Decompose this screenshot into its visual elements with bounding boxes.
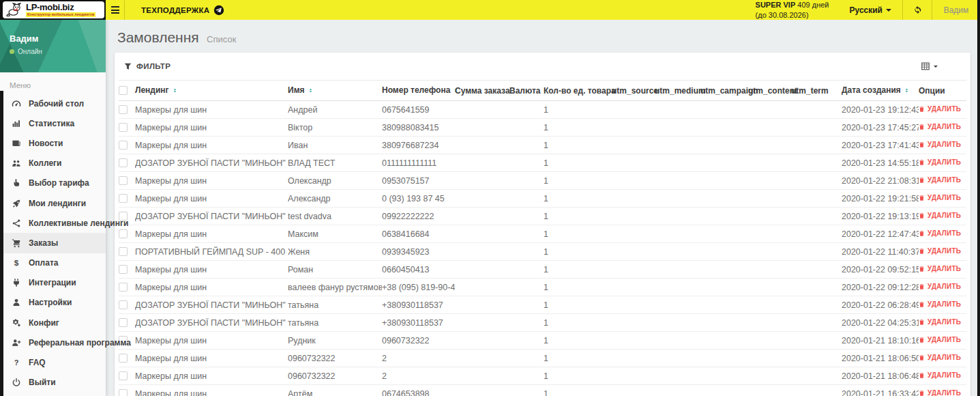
cell-utm_term <box>791 314 842 332</box>
sidebar-item-label: Коллеги <box>29 158 62 168</box>
cell-created: 2020-01-22 19:13:19 <box>842 208 919 225</box>
cell-phone: 0939345923 <box>382 243 455 261</box>
row-checkbox[interactable] <box>119 105 128 114</box>
sidebar-item-colleagues[interactable]: Коллеги <box>0 154 106 173</box>
cell-utm_campaign <box>700 119 748 137</box>
row-checkbox[interactable] <box>119 300 128 309</box>
row-checkbox[interactable] <box>119 389 128 396</box>
delete-button[interactable]: УДАЛИТЬ <box>919 247 961 255</box>
row-checkbox[interactable] <box>119 318 128 327</box>
row-checkbox[interactable] <box>119 371 128 380</box>
row-checkbox[interactable] <box>119 176 128 185</box>
sidebar-item-tariff[interactable]: Выбор тарифа <box>0 173 106 193</box>
delete-button[interactable]: УДАЛИТЬ <box>919 300 961 308</box>
select-all-checkbox[interactable] <box>119 86 128 95</box>
delete-button[interactable]: УДАЛИТЬ <box>919 336 961 343</box>
delete-button[interactable]: УДАЛИТЬ <box>919 141 961 148</box>
sidebar-item-integrations[interactable]: Интеграции <box>0 273 106 293</box>
cell-order_sum <box>455 261 509 279</box>
cell-phone: 2 <box>382 350 455 367</box>
brand-tagline: Конструктор мобильных лендингов <box>26 12 95 18</box>
topbar-username[interactable]: Вадим <box>932 0 980 20</box>
delete-button[interactable]: УДАЛИТЬ <box>919 194 961 201</box>
user-panel: Вадим Онлайн <box>0 20 106 72</box>
plug-icon <box>10 278 22 287</box>
support-link[interactable]: ТЕХПОДДЕРЖКА <box>125 0 238 20</box>
cell-landing: ДОЗАТОР ЗУБНОЇ ПАСТИ "МИНЬОН" <box>135 314 288 332</box>
cell-phone: 0 (93) 193 87 45 <box>382 190 455 208</box>
cell-utm_medium <box>655 190 700 208</box>
column-header-checkbox[interactable] <box>119 81 135 101</box>
cell-utm_content <box>748 154 791 172</box>
column-header-phone[interactable]: Номер телефона <box>382 81 455 101</box>
delete-button[interactable]: УДАЛИТЬ <box>919 371 961 379</box>
sidebar-scrollbar[interactable] <box>0 91 3 396</box>
cell-qty: 1 <box>544 350 612 367</box>
row-checkbox[interactable] <box>119 141 128 150</box>
cell-utm_campaign <box>700 385 748 396</box>
language-selector[interactable]: Русский <box>839 0 903 20</box>
sidebar-item-payment[interactable]: $Оплата <box>0 253 106 273</box>
filter-button[interactable]: ФИЛЬТР <box>124 62 170 70</box>
top-bar: LP-mobi.biz Конструктор мобильных лендин… <box>0 0 980 20</box>
cell-utm_term <box>791 296 842 314</box>
hamburger-icon <box>111 6 119 8</box>
delete-button[interactable]: УДАЛИТЬ <box>919 283 961 290</box>
row-checkbox[interactable] <box>119 265 128 274</box>
sidebar-item-settings[interactable]: Настройки <box>0 293 106 313</box>
cell-utm_campaign <box>700 279 748 296</box>
row-checkbox[interactable] <box>119 194 128 203</box>
delete-button[interactable]: УДАЛИТЬ <box>919 229 961 237</box>
delete-button[interactable]: УДАЛИТЬ <box>919 318 961 326</box>
column-settings-button[interactable] <box>921 61 961 71</box>
row-checkbox[interactable] <box>119 247 128 256</box>
delete-button[interactable]: УДАЛИТЬ <box>919 158 961 166</box>
cell-currency <box>509 137 544 154</box>
trash-icon <box>919 212 925 219</box>
cell-utm_source <box>612 350 655 367</box>
svg-text:?: ? <box>14 358 18 367</box>
page-scrollbar[interactable] <box>977 0 980 396</box>
sidebar-item-dashboard[interactable]: Рабочий стол <box>0 94 106 113</box>
sidebar-item-referral[interactable]: Реферальная программа <box>0 333 106 352</box>
delete-button[interactable]: УДАЛИТЬ <box>919 354 961 361</box>
table-row: Маркеры для шинОлександр095307515712020-… <box>119 172 966 190</box>
delete-button[interactable]: УДАЛИТЬ <box>919 123 961 130</box>
column-header-utm_term: utm_term <box>791 81 842 101</box>
table-row: Маркеры для шинВіктор38098808341512020-0… <box>119 119 966 137</box>
refresh-button[interactable] <box>902 0 932 20</box>
row-checkbox[interactable] <box>119 229 128 238</box>
sidebar-toggle-button[interactable] <box>106 0 125 20</box>
sidebar-item-my-landings[interactable]: Мои лендинги <box>0 193 106 213</box>
sidebar-item-faq[interactable]: ?FAQ <box>0 352 106 372</box>
logo[interactable]: LP-mobi.biz Конструктор мобильных лендин… <box>0 0 106 20</box>
trash-icon <box>919 354 925 361</box>
cell-name: Рудник <box>288 332 382 350</box>
sidebar-item-orders[interactable]: Заказы <box>0 233 106 253</box>
delete-button[interactable]: УДАЛИТЬ <box>919 105 961 113</box>
column-header-landing[interactable]: Лендинг <box>135 81 288 101</box>
column-header-created[interactable]: Дата создания <box>842 81 919 101</box>
table-row: ДОЗАТОР ЗУБНОЇ ПАСТИ "МИНЬОН"test dvadva… <box>119 208 966 225</box>
row-checkbox[interactable] <box>119 354 128 363</box>
sidebar-item-config[interactable]: Конфиг <box>0 313 106 333</box>
sidebar-item-label: Статистика <box>29 119 74 128</box>
sidebar-item-news[interactable]: Новости <box>0 133 106 153</box>
row-checkbox[interactable] <box>119 283 128 292</box>
cell-utm_content <box>748 225 791 243</box>
cell-currency <box>509 332 544 350</box>
cell-utm_content <box>748 314 791 332</box>
sidebar-item-stats[interactable]: Статистика <box>0 113 106 133</box>
cell-utm_medium <box>655 208 700 225</box>
delete-button[interactable]: УДАЛИТЬ <box>919 212 961 219</box>
row-checkbox[interactable] <box>119 158 128 167</box>
sidebar-item-collective-landings[interactable]: Коллективные лендинги <box>0 213 106 233</box>
column-header-name[interactable]: Имя <box>288 81 382 101</box>
cell-utm_term <box>791 225 842 243</box>
delete-button[interactable]: УДАЛИТЬ <box>919 389 961 396</box>
sidebar-item-logout[interactable]: Выйти <box>0 373 106 393</box>
table-row: Маркеры для шинАндрей067564155912020-01-… <box>119 101 966 119</box>
delete-button[interactable]: УДАЛИТЬ <box>919 176 961 184</box>
row-checkbox[interactable] <box>119 123 128 132</box>
delete-button[interactable]: УДАЛИТЬ <box>919 265 961 272</box>
